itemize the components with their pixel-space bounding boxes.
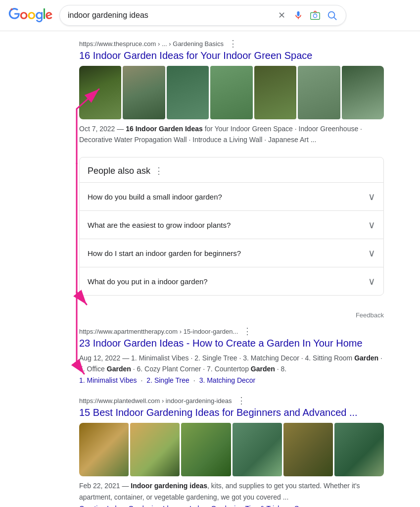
result-1-title[interactable]: 16 Indoor Garden Ideas for Your Indoor G… [79, 49, 384, 62]
lens-search-button[interactable] [309, 9, 321, 21]
paa-question-4[interactable]: What do you put in a indoor garden? ∨ [80, 267, 383, 295]
search-result-2: https://www.apartmenttherapy.com › 15-in… [79, 327, 384, 384]
paa-menu-button[interactable]: ⋮ [154, 165, 163, 176]
result-3-snippet: Feb 22, 2021 — Indoor gardening ideas, k… [79, 480, 384, 502]
result-2-links: 1. Minimalist Vibes · 2. Single Tree · 3… [79, 376, 384, 384]
svg-point-3 [328, 12, 335, 18]
search-icon [327, 10, 337, 21]
feedback-label: Feedback [356, 311, 384, 319]
search-result-1: https://www.thespruce.com › ... › Garden… [79, 39, 384, 145]
result-3-image-3 [181, 423, 231, 476]
search-input[interactable] [68, 11, 272, 20]
result-1-image-1 [79, 66, 121, 119]
result-1-image-4 [210, 66, 252, 119]
mic-icon [293, 10, 303, 20]
page-wrapper: ✕ [0, 0, 420, 507]
result-1-image-7 [342, 66, 384, 119]
result-1-image-6 [298, 66, 340, 119]
result-1-menu-button[interactable]: ⋮ [227, 39, 239, 48]
result-3-url: https://www.plantedwell.com › indoor-gar… [79, 396, 384, 405]
result-2-title[interactable]: 23 Indoor Garden Ideas - How to Create a… [79, 337, 384, 350]
search-icons: ✕ [276, 9, 338, 21]
svg-point-2 [313, 14, 317, 17]
result-2-menu-button[interactable]: ⋮ [241, 327, 254, 336]
google-logo [8, 8, 53, 23]
result-3-link-3[interactable]: Space [294, 505, 314, 507]
search-bar[interactable]: ✕ [59, 5, 346, 26]
paa-question-2[interactable]: What are the easiest to grow indoor plan… [80, 210, 383, 239]
paa-question-3[interactable]: How do I start an indoor garden for begi… [80, 239, 383, 267]
result-3-image-6 [334, 423, 384, 476]
result-1-images [79, 66, 384, 119]
result-2-link-1[interactable]: 1. Minimalist Vibes [79, 376, 137, 384]
paa-chevron-2: ∨ [368, 219, 375, 231]
paa-question-1[interactable]: How do you build a small indoor garden? … [80, 182, 383, 210]
camera-icon [310, 10, 321, 21]
paa-chevron-4: ∨ [368, 275, 375, 287]
result-1-snippet: Oct 7, 2022 — 16 Indoor Garden Ideas for… [79, 123, 384, 145]
result-3-image-5 [283, 423, 333, 476]
svg-line-4 [334, 17, 336, 20]
header: ✕ [0, 0, 420, 31]
paa-chevron-1: ∨ [368, 191, 375, 203]
result-3-image-1 [79, 423, 129, 476]
voice-search-button[interactable] [292, 9, 304, 21]
result-1-image-5 [254, 66, 296, 119]
result-3-menu-button[interactable]: ⋮ [235, 396, 248, 405]
result-2-snippet: Aug 12, 2022 — 1. Minimalist Vibes · 2. … [79, 353, 384, 374]
search-result-3: https://www.plantedwell.com › indoor-gar… [79, 396, 384, 507]
result-2-link-3[interactable]: 3. Matching Decor [199, 376, 256, 384]
result-3-image-4 [233, 423, 282, 476]
result-2-url: https://www.apartmenttherapy.com › 15-in… [79, 327, 384, 336]
result-3-image-2 [130, 423, 180, 476]
search-submit-button[interactable] [326, 9, 338, 21]
result-2-link-2[interactable]: 2. Single Tree [146, 376, 189, 384]
result-3-link-1[interactable]: Creative Indoor Gardening Ideas [79, 505, 180, 507]
result-3-links: Creative Indoor Gardening Ideas · Indoor… [79, 505, 384, 507]
people-also-ask-section: People also ask ⋮ How do you build a sma… [79, 157, 384, 296]
result-3-link-2[interactable]: Indoor Gardening Tips & Tricks [189, 505, 284, 507]
paa-chevron-3: ∨ [368, 247, 375, 259]
result-3-images [79, 423, 384, 476]
paa-header: People also ask ⋮ [80, 157, 383, 182]
feedback-row: Feedback [79, 307, 384, 327]
clear-button[interactable]: ✕ [276, 9, 287, 21]
paa-title: People also ask [88, 166, 150, 176]
svg-point-0 [11, 8, 13, 10]
result-1-url: https://www.thespruce.com › ... › Garden… [79, 39, 384, 48]
main-content: https://www.thespruce.com › ... › Garden… [0, 31, 396, 507]
result-1-image-2 [123, 66, 165, 119]
result-1-image-3 [167, 66, 209, 119]
result-3-title[interactable]: 15 Best Indoor Gardening Ideas for Begin… [79, 406, 384, 419]
